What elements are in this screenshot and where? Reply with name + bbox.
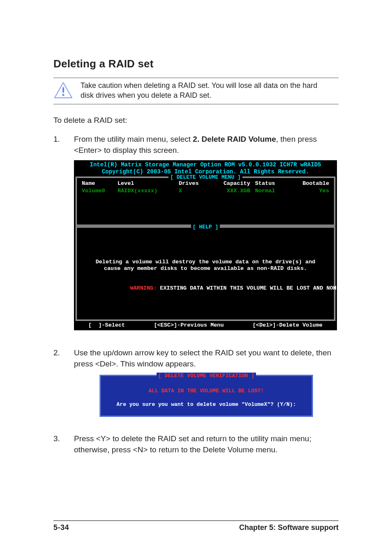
caution-block: Take caution when deleting a RAID set. Y… [53, 78, 339, 104]
step-3-text: Press <Y> to delete the RAID set and ret… [74, 433, 339, 456]
verify-question[interactable]: Are you sure you want to delete volume "… [104, 401, 309, 408]
rom-help-box: [ HELP ] Deleting a volume will destroy … [76, 226, 335, 321]
verify-title: [ DELETE VOLUME VERIFICATION ] [101, 372, 312, 380]
rom-help-box-title: [ HELP ] [77, 224, 334, 230]
intro-text: To delete a RAID set: [53, 116, 339, 125]
step-number: 1. [53, 134, 62, 340]
page-number: 5-34 [53, 523, 69, 532]
rom-delete-box: [ DELETE VOLUME MENU ] Name Level Drives… [76, 177, 335, 226]
rom-screen: Intel(R) Matrix Storage Manager Option R… [74, 160, 337, 331]
caution-icon [53, 81, 73, 99]
section-title: Deleting a RAID set [53, 58, 339, 70]
rom-delete-box-title: [ DELETE VOLUME MENU ] [77, 174, 334, 181]
verify-dialog: [ DELETE VOLUME VERIFICATION ] ALL DATA … [99, 375, 313, 417]
rom-key-delete: [<Del>]-Delete Volume [253, 322, 323, 329]
rom-volume-table: Name Level Drives Capacity Status Bootab… [82, 180, 329, 195]
rom-warning-label: WARNING: [130, 285, 157, 291]
col-capacity: Capacity [209, 180, 250, 188]
col-status: Status [250, 180, 288, 188]
col-name: Name [82, 180, 118, 188]
cell-drives: X [179, 188, 210, 195]
rom-key-previous: [<ESC>]-Previous Menu [154, 322, 224, 329]
svg-rect-0 [62, 87, 64, 93]
verify-warning: ALL DATA IN THE VOLUME WILL BE LOST! [104, 387, 309, 395]
step-2: 2. Use the up/down arrow key to select t… [53, 348, 339, 425]
step-2-text: Use the up/down arrow key to select the … [74, 348, 339, 370]
step-3: 3. Press <Y> to delete the RAID set and … [53, 433, 339, 459]
cell-status: Normal [250, 188, 288, 195]
rom-key-select: [ ]-Select [88, 322, 125, 329]
step-number: 2. [53, 348, 62, 425]
svg-point-1 [62, 94, 64, 96]
step-number: 3. [53, 433, 62, 459]
col-bootable: Bootable [288, 180, 329, 188]
chapter-title: Chapter 5: Software support [239, 523, 339, 532]
cell-bootable: Yes [288, 188, 329, 195]
rom-footer: [ ]-Select [<ESC>]-Previous Menu [<Del>]… [74, 321, 337, 331]
step-1: 1. From the utility main menu, select 2.… [53, 134, 339, 340]
cell-level: RAIDX(xxxxx) [118, 188, 179, 195]
table-row[interactable]: Volume0 RAIDX(xxxxx) X XXX.XGB Normal Ye… [82, 188, 329, 195]
rom-help-text: Deleting a volume will destroy the volum… [82, 259, 329, 299]
cell-capacity: XXX.XGB [209, 188, 250, 195]
rom-warning-text: EXISTING DATA WITHIN THIS VOLUME WILL BE… [157, 285, 380, 291]
col-drives: Drives [179, 180, 210, 188]
cell-name: Volume0 [82, 188, 118, 195]
col-level: Level [118, 180, 179, 188]
caution-text: Take caution when deleting a RAID set. Y… [81, 81, 335, 101]
page-footer: 5-34 Chapter 5: Software support [53, 520, 339, 532]
rom-title-line1: Intel(R) Matrix Storage Manager Option R… [74, 161, 337, 169]
step-1-text: From the utility main menu, select 2. De… [74, 134, 339, 156]
